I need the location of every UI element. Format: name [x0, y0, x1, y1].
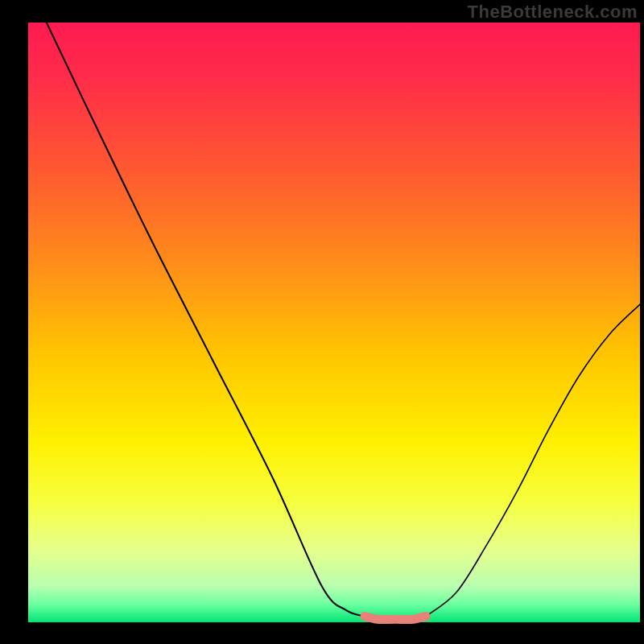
watermark-text: TheBottleneck.com: [468, 2, 638, 23]
chart-frame: TheBottleneck.com: [0, 0, 644, 644]
bottleneck-chart: [0, 0, 644, 644]
plot-background: [28, 23, 640, 622]
bottom-band-curve: [365, 617, 426, 620]
